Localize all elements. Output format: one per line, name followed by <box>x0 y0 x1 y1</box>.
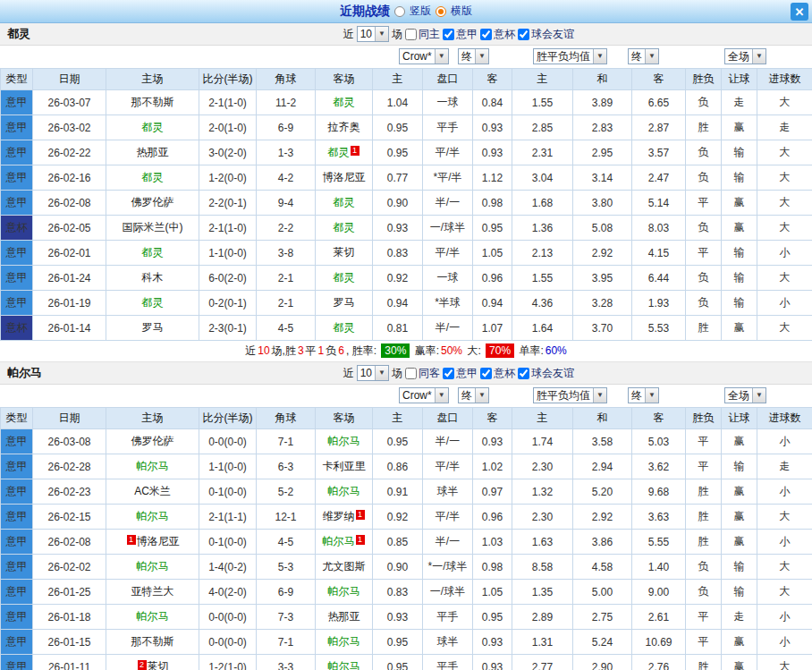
avg-odds-select[interactable]: 胜平负均值 ▼ <box>533 387 607 403</box>
team-link[interactable]: 都灵 <box>328 146 350 158</box>
league-type[interactable]: 意甲 <box>1 90 33 115</box>
club-friendly-checkbox[interactable] <box>518 29 529 40</box>
avg-final-select[interactable]: 终 ▼ <box>628 387 659 403</box>
checkbox-italy-cup[interactable]: 意杯 <box>480 366 515 381</box>
checkbox-club-friendly[interactable]: 球会友谊 <box>518 27 574 42</box>
chevron-down-icon: ▼ <box>475 49 488 64</box>
team-link[interactable]: 都灵 <box>142 171 164 183</box>
team-link[interactable]: 帕尔马 <box>328 485 360 497</box>
team-link[interactable]: 热那亚 <box>328 610 360 623</box>
league-type[interactable]: 意甲 <box>1 191 33 216</box>
team-link[interactable]: 拉齐奥 <box>328 121 360 133</box>
same-away-checkbox[interactable] <box>405 368 417 379</box>
team-link[interactable]: 帕尔马 <box>137 460 169 472</box>
team-link[interactable]: 帕尔马 <box>323 535 355 547</box>
vertical-layout-radio[interactable] <box>394 6 405 17</box>
serie-a-checkbox[interactable] <box>443 368 454 379</box>
italy-cup-checkbox[interactable] <box>480 29 492 40</box>
checkbox-italy-cup[interactable]: 意杯 <box>480 27 515 42</box>
team-link[interactable]: 帕尔马 <box>137 610 169 623</box>
team-link[interactable]: 佛罗伦萨 <box>131 196 174 208</box>
league-type[interactable]: 意甲 <box>1 580 33 605</box>
league-type[interactable]: 意甲 <box>1 429 33 454</box>
team-link[interactable]: 都灵 <box>334 196 355 208</box>
avg-odds-select[interactable]: 胜平负均值 ▼ <box>533 48 607 64</box>
team-link[interactable]: 佛罗伦萨 <box>131 435 174 447</box>
league-type[interactable]: 意甲 <box>1 505 33 530</box>
league-type[interactable]: 意甲 <box>1 140 33 165</box>
team-link[interactable]: 博洛尼亚 <box>137 535 180 547</box>
team-link[interactable]: 都灵 <box>334 96 355 108</box>
team-link[interactable]: 科木 <box>142 271 164 284</box>
team-link[interactable]: 帕尔马 <box>328 660 360 670</box>
avg-final-select[interactable]: 终 ▼ <box>628 48 659 64</box>
league-type[interactable]: 意甲 <box>1 454 33 479</box>
team-link[interactable]: 热那亚 <box>137 146 169 158</box>
avg-home-odds: 1.32 <box>512 479 573 505</box>
team-link[interactable]: 尤文图斯 <box>323 560 366 572</box>
same-home-checkbox[interactable] <box>405 29 417 40</box>
team-link[interactable]: 维罗纳 <box>323 510 355 522</box>
home-team: 佛罗伦萨 <box>106 429 199 454</box>
league-type[interactable]: 意甲 <box>1 530 33 555</box>
checkbox-same-home[interactable]: 同主 <box>405 27 440 42</box>
close-icon[interactable]: ✕ <box>791 3 808 21</box>
team-link[interactable]: 那不勒斯 <box>131 635 174 648</box>
team-link[interactable]: 国际米兰(中) <box>123 221 183 233</box>
league-type[interactable]: 意甲 <box>1 241 33 266</box>
league-type[interactable]: 意杯 <box>1 216 33 241</box>
goals-result: 小 <box>757 479 812 505</box>
scope-select[interactable]: 全场 ▼ <box>724 387 766 403</box>
club-friendly-checkbox[interactable] <box>518 368 529 379</box>
summary-part: 负 <box>326 344 336 357</box>
league-type[interactable]: 意杯 <box>1 316 33 341</box>
vertical-layout-label[interactable]: 竖版 <box>410 4 431 19</box>
checkbox-club-friendly[interactable]: 球会友谊 <box>518 366 574 381</box>
handicap-final-select[interactable]: 终 ▼ <box>458 387 489 403</box>
team-link[interactable]: 博洛尼亚 <box>323 171 366 183</box>
team-link[interactable]: 卡利亚里 <box>323 460 366 472</box>
league-type[interactable]: 意甲 <box>1 266 33 291</box>
league-type[interactable]: 意甲 <box>1 479 33 505</box>
league-type[interactable]: 意甲 <box>1 291 33 316</box>
team-link[interactable]: 帕尔马 <box>328 635 360 648</box>
bookmaker-select[interactable]: Crow* ▼ <box>399 48 449 64</box>
scope-select[interactable]: 全场 ▼ <box>724 48 766 64</box>
league-type[interactable]: 意甲 <box>1 555 33 580</box>
team-link[interactable]: 帕尔马 <box>328 435 360 447</box>
team-link[interactable]: 都灵 <box>142 296 164 309</box>
team-link[interactable]: 都灵 <box>142 246 164 259</box>
team-link[interactable]: AC米兰 <box>134 485 171 497</box>
bookmaker-select[interactable]: Crow* ▼ <box>399 387 449 403</box>
team-link[interactable]: 那不勒斯 <box>131 96 174 108</box>
league-type[interactable]: 意甲 <box>1 605 33 630</box>
horizontal-layout-label[interactable]: 横版 <box>451 4 472 19</box>
checkbox-same-away[interactable]: 同客 <box>405 366 440 381</box>
match-count-select[interactable]: 10 ▼ <box>357 26 389 42</box>
handicap-result: 赢 <box>722 115 757 140</box>
checkbox-serie-a[interactable]: 意甲 <box>443 27 478 42</box>
team-link[interactable]: 帕尔马 <box>137 560 169 572</box>
team-link[interactable]: 莱切 <box>334 246 355 259</box>
team-link[interactable]: 罗马 <box>334 296 355 309</box>
checkbox-serie-a[interactable]: 意甲 <box>443 366 478 381</box>
team-link[interactable]: 都灵 <box>334 321 355 334</box>
team-link[interactable]: 罗马 <box>142 321 164 334</box>
league-type[interactable]: 意甲 <box>1 115 33 140</box>
team-link[interactable]: 莱切 <box>148 660 169 670</box>
team-link[interactable]: 都灵 <box>334 221 355 233</box>
column-header: 主场 <box>106 69 199 90</box>
team-link[interactable]: 都灵 <box>334 271 355 284</box>
italy-cup-checkbox[interactable] <box>480 368 492 379</box>
match-count-select[interactable]: 10 ▼ <box>357 365 389 381</box>
team-link[interactable]: 亚特兰大 <box>131 585 174 598</box>
handicap-final-select[interactable]: 终 ▼ <box>458 48 489 64</box>
horizontal-layout-radio[interactable] <box>436 6 446 17</box>
team-link[interactable]: 帕尔马 <box>137 510 169 522</box>
serie-a-checkbox[interactable] <box>443 29 454 40</box>
team-link[interactable]: 都灵 <box>142 121 164 133</box>
team-link[interactable]: 帕尔马 <box>328 585 360 598</box>
league-type[interactable]: 意甲 <box>1 165 33 191</box>
league-type[interactable]: 意甲 <box>1 630 33 655</box>
league-type[interactable]: 意甲 <box>1 655 33 670</box>
